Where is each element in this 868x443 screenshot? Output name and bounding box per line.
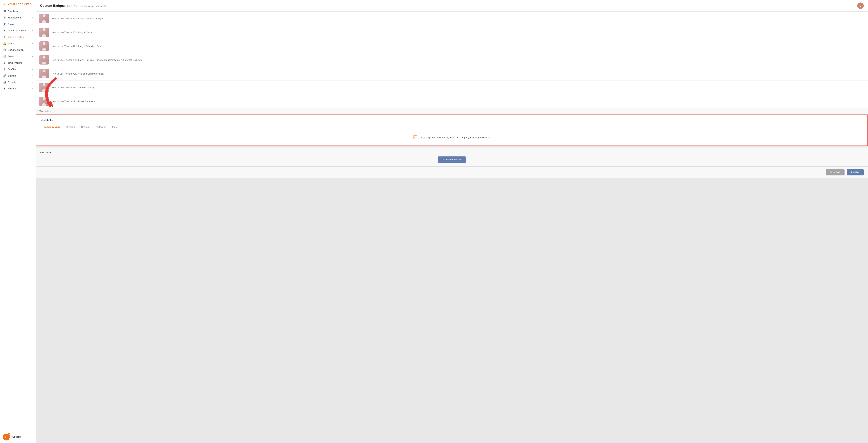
checkbox-row: ✓ Yes, assign this to all employees in t… [41,134,863,141]
video-list-item: How to Use Tyfoom #6: Library - Forms [36,25,868,39]
chevron-right-icon: › [32,29,33,32]
sidebar-item-forms[interactable]: 📝Forms› [0,53,36,59]
sidebar-item-documentation[interactable]: 📋Documentation› [0,47,36,53]
svg-point-3 [43,56,45,59]
video-thumbnail [39,28,49,37]
total-videos: Total Videos: [36,108,868,115]
tyfoom-label: TYFOOM [11,436,21,438]
logo-bolt-icon: ⚡ [3,2,7,6]
sidebar-item-label: Management [8,16,30,19]
video-thumbnail [39,41,49,51]
top-bar: Custom Badges Drafts / New Hire Orientat… [36,0,868,12]
action-bar: Save Draft Publish [36,167,868,178]
tab-employees[interactable]: Employees [92,124,109,130]
tab-tags[interactable]: Tags [109,124,120,130]
page-title: Custom Badges [40,4,65,8]
sidebar-item-dashboard[interactable]: ▦Dashboard [0,8,36,14]
chevron-right-icon: › [32,17,33,19]
forms-icon: 📝 [3,55,6,58]
sidebar-item-label: Forms [8,55,30,58]
video-list-item: How to Use Tyfoom #11: Pause Requests [36,94,868,108]
video-thumbnail [39,55,49,64]
video-list: How to Use Tyfoom #5: Library - Videos &… [36,12,868,108]
video-title: How to Use Tyfoom #9: Alerts and Communi… [52,72,103,75]
sidebar-item-label: On-Site [8,68,30,70]
tab-divisions[interactable]: Divisions [63,124,78,130]
qr-section: QR Code Generate QR Code [36,147,868,167]
video-thumb-inner [39,83,49,92]
tab-groups[interactable]: Groups [78,124,92,130]
video-title: How to Use Tyfoom #8: Library - Policies… [52,59,142,61]
sidebar-item-label: Settings [8,87,30,90]
qr-button-area: Generate QR Code [40,156,864,163]
content-area: How to Use Tyfoom #5: Library - Videos &… [36,12,868,443]
on-site-icon: 📍 [3,68,6,70]
sidebar-item-label: Time Tracking [8,61,30,64]
checkbox-label: Yes, assign this to all employees in the… [419,136,491,139]
visible-to-tabs: Company WideDivisionsGroupsEmployeesTags [41,124,863,130]
video-title: How to Use Tyfoom #5: Library - Videos &… [52,17,103,20]
video-thumb-inner [39,55,49,64]
sidebar-item-alerts[interactable]: 🔔Alerts› [0,40,36,47]
sidebar: ⚡ YOUR LOGO HERE ▦Dashboard☰Management›👤… [0,0,36,443]
tab-company-wide[interactable]: Company Wide [41,124,63,130]
video-title: How to Use Tyfoom #6: Library - Forms [52,31,92,34]
sidebar-item-label: Sharing [8,75,30,77]
video-thumb-inner [39,41,49,51]
logo-area: ⚡ YOUR LOGO HERE [0,0,36,8]
generate-qr-button[interactable]: Generate QR Code [438,156,466,163]
sidebar-item-settings[interactable]: ⚙Settings› [0,85,36,92]
sidebar-item-videos[interactable]: ▶Videos & Playlists› [0,27,36,34]
video-thumbnail [39,83,49,92]
svg-point-5 [43,83,45,86]
svg-point-2 [43,42,45,45]
video-list-item: How to Use Tyfoom #10: On-Site Training [36,81,868,94]
documentation-icon: 📋 [3,49,6,51]
time-tracking-icon: ⏱ [3,61,6,64]
sidebar-item-label: Custom Badges [8,36,33,38]
video-title: How to Use Tyfoom #7: Library - Submitte… [52,45,103,48]
video-thumbnail [39,97,49,106]
management-icon: ☰ [3,16,6,19]
sidebar-item-custom-badges[interactable]: 🏅Custom Badges [0,34,36,40]
custom-badges-icon: 🏅 [3,35,6,38]
sidebar-item-reports[interactable]: 📊Reports› [0,79,36,85]
svg-point-1 [43,28,45,31]
save-draft-button[interactable]: Save Draft [826,169,844,175]
user-avatar[interactable]: U [857,2,864,9]
sidebar-item-label: Dashboard [8,10,33,12]
chevron-right-icon: › [32,23,33,25]
video-thumb-inner [39,97,49,106]
sidebar-item-sharing[interactable]: 🔗Sharing› [0,72,36,79]
tyfoom-badge: S 52 [3,434,10,441]
chevron-right-icon: › [32,62,33,64]
svg-point-0 [43,14,45,17]
dashboard-icon: ▦ [3,10,6,12]
reports-icon: 📊 [3,81,6,84]
logo-text: YOUR LOGO HERE [8,3,32,5]
sidebar-item-label: Employees [8,23,30,25]
settings-icon: ⚙ [3,87,6,90]
breadcrumb: Drafts / New Hire Orientation / Version … [66,5,106,7]
publish-button[interactable]: Publish [847,169,864,175]
visible-to-title: Visible to [41,119,863,122]
sidebar-item-management[interactable]: ☰Management› [0,14,36,21]
alerts-icon: 🔔 [3,42,6,45]
video-title: How to Use Tyfoom #10: On-Site Training [52,86,95,89]
sidebar-item-on-site[interactable]: 📍On-Site› [0,66,36,72]
company-wide-checkbox[interactable]: ✓ [413,136,417,140]
sidebar-item-label: Alerts [8,42,30,45]
visible-to-section: Visible to Company WideDivisionsGroupsEm… [36,115,868,146]
sharing-icon: 🔗 [3,74,6,77]
sidebar-item-employees[interactable]: 👤Employees› [0,21,36,27]
tyfoom-bottom[interactable]: S 52 TYFOOM [0,431,36,443]
qr-title: QR Code [40,151,864,154]
sidebar-item-time-tracking[interactable]: ⏱Time Tracking› [0,59,36,66]
logo: ⚡ YOUR LOGO HERE [3,2,33,6]
video-list-item: How to Use Tyfoom #5: Library - Videos &… [36,12,868,25]
video-thumb-inner [39,69,49,78]
video-thumbnail [39,14,49,23]
chevron-right-icon: › [32,87,33,90]
employees-icon: 👤 [3,23,6,25]
sidebar-item-label: Reports [8,81,30,84]
